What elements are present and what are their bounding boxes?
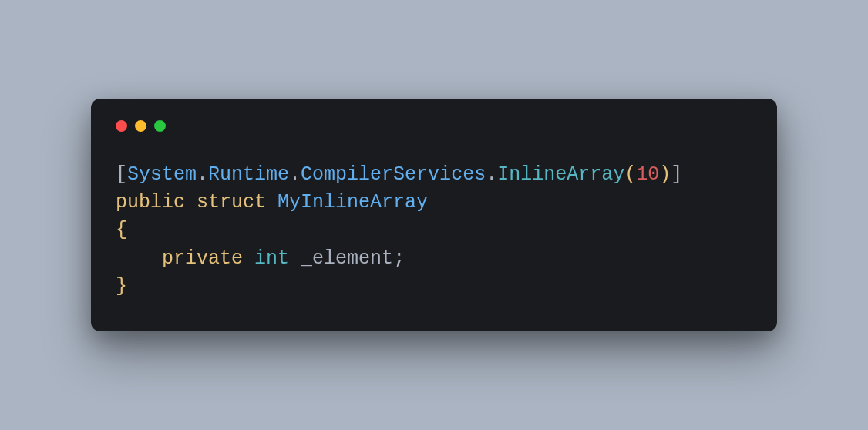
minimize-icon[interactable] (135, 120, 146, 132)
token-semicolon: ; (393, 247, 405, 270)
token-typename: MyInlineArray (278, 191, 428, 213)
token-namespace: Runtime (208, 163, 289, 186)
token-method: InlineArray (497, 163, 624, 186)
close-icon[interactable] (116, 120, 127, 132)
token-dot: . (486, 163, 497, 186)
token-space (185, 191, 197, 213)
code-block: [System.Runtime.CompilerServices.InlineA… (116, 161, 752, 301)
token-close-brace: } (116, 275, 127, 297)
token-indent (116, 247, 162, 270)
token-space (243, 247, 254, 270)
maximize-icon[interactable] (154, 120, 166, 132)
code-window: [System.Runtime.CompilerServices.InlineA… (91, 99, 777, 331)
token-space (289, 247, 301, 270)
token-dot: . (197, 163, 208, 186)
token-space (266, 191, 278, 213)
token-field-name: _element (301, 247, 393, 270)
token-type-int: int (254, 247, 289, 270)
token-namespace: System (127, 163, 197, 186)
token-keyword-private: private (162, 247, 243, 270)
token-close-bracket: ] (671, 163, 682, 186)
token-keyword-struct: struct (197, 191, 266, 213)
token-open-bracket: [ (116, 163, 127, 186)
token-open-brace: { (116, 219, 127, 241)
token-number: 10 (636, 163, 659, 186)
token-dot: . (289, 163, 301, 186)
token-keyword-public: public (116, 191, 185, 213)
token-open-paren: ( (624, 163, 636, 186)
token-close-paren: ) (659, 163, 671, 186)
window-titlebar (116, 120, 752, 132)
token-namespace: CompilerServices (301, 163, 486, 186)
